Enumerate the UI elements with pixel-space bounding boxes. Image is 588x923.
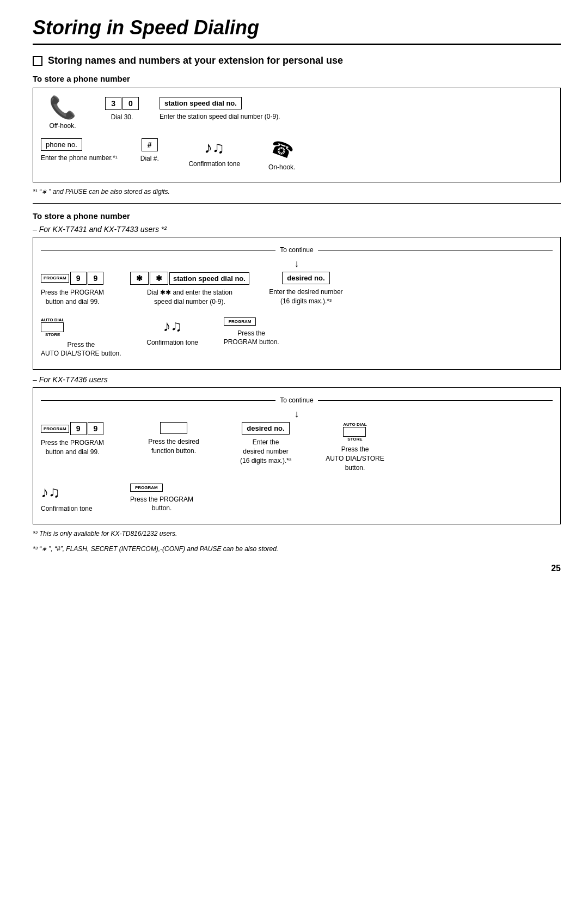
starstar-label: Dial ✱✱ and enter the stationspeed dial …: [147, 288, 232, 307]
step-cell-tone3: ♪♫ Confirmation tone: [41, 484, 117, 514]
key-9a: 9: [70, 272, 87, 285]
step-cell-dial30: 3 0 Dial 30.: [97, 97, 146, 121]
desired-no-key2: desired no.: [242, 422, 289, 435]
footnote-3: *³ “∗ ”, “#”, FLASH, SECRET (INTERCOM),-…: [33, 545, 561, 553]
tone-icon-3: ♪♫: [41, 484, 60, 501]
station-speed-dial-key: station speed dial no.: [160, 97, 242, 109]
onhook-label: On-hook.: [268, 163, 295, 171]
phone-no-key: phone no.: [41, 138, 82, 151]
arrow-down-2: ↓: [41, 408, 553, 420]
step-cell-offhook: 📞 Off-hook.: [41, 97, 84, 130]
autodial-label-1: Press theAUTO DIAL/STORE button.: [41, 340, 121, 359]
tone-icon-2: ♪♫: [163, 317, 182, 335]
dial30-label: Dial 30.: [111, 113, 133, 121]
autodial-icon-1: AUTO DIAL STORE: [41, 317, 64, 337]
speed-dial-label: Enter the station speed dial number (0-9…: [160, 113, 280, 120]
key-star1: ✱: [130, 272, 149, 285]
step-cell-desired1: desired no. Enter the desired number(16 …: [262, 272, 350, 306]
step-row-2-2: AUTO DIAL STORE Press theAUTO DIAL/STORE…: [41, 317, 553, 359]
progbtn-label-1: Press thePROGRAM button.: [224, 329, 279, 347]
to-continue-row-2: To continue: [41, 396, 553, 404]
footnote-1: *¹ “∗ ” and PAUSE can be also stored as …: [33, 188, 561, 195]
section-divider-1: [33, 203, 561, 204]
starstar-keys: ✱ ✱ station speed dial no.: [130, 272, 249, 285]
step-cell-phoneno: phone no. Enter the phone number.*¹: [41, 138, 118, 162]
italic-heading-kxt7436: – For KX-T7436 users: [33, 375, 561, 384]
prog99-label-2: Press the PROGRAMbutton and dial 99.: [41, 438, 104, 457]
desired-label-2: Enter thedesired number(16 digits max.).…: [240, 438, 291, 465]
subsection-heading-2: To store a phone number: [33, 211, 561, 221]
arrow-down-1: ↓: [41, 258, 553, 270]
step-cell-tone2: ♪♫ Confirmation tone: [134, 317, 211, 347]
step-row-3-2: ♪♫ Confirmation tone PROGRAM Press the P…: [41, 484, 553, 514]
progbtn-label-2: Press the PROGRAMbutton.: [130, 495, 193, 514]
prog-btn-icon1: PROGRAM: [224, 317, 256, 326]
prog-btn-icon2: PROGRAM: [130, 484, 163, 492]
key-3: 3: [105, 97, 121, 110]
prog99-label: Press the PROGRAMbutton and dial 99.: [41, 288, 104, 307]
hash-label: Dial #.: [140, 155, 159, 162]
step-row-1: 📞 Off-hook. 3 0 Dial 30. station speed d…: [41, 97, 553, 130]
step-cell-hash: # Dial #.: [131, 138, 169, 162]
step-cell-onhook: ☎ On-hook.: [260, 138, 304, 171]
prog-icon-2: PROGRAM: [41, 425, 69, 433]
step-cell-speed-dial: station speed dial no. Enter the station…: [160, 97, 280, 120]
to-continue-row-1: To continue: [41, 246, 553, 254]
desired-no-key1: desired no.: [282, 272, 329, 284]
phoneno-label: Enter the phone number.*¹: [41, 154, 118, 162]
key-star2: ✱: [150, 272, 168, 285]
to-continue-text-1: To continue: [275, 246, 317, 254]
step-cell-autodial2: AUTO DIAL STORE Press theAUTO DIAL/STORE…: [320, 422, 390, 472]
step-cell-prog99-2: PROGRAM 9 9 Press the PROGRAMbutton and …: [41, 422, 122, 457]
onhook-icon: ☎: [267, 135, 296, 163]
autodial-icon-2: AUTO DIAL STORE: [343, 422, 366, 442]
step-cell-funcbtn: Press the desiredfunction button.: [136, 422, 212, 456]
key-0: 0: [122, 97, 139, 110]
italic-heading-kxt7431: – For KX-T7431 and KX-T7433 users *²: [33, 225, 561, 234]
station-speed-key2: station speed dial no.: [169, 272, 249, 285]
tone-label-2: Confirmation tone: [146, 338, 198, 347]
step-cell-prog99: PROGRAM 9 9 Press the PROGRAMbutton and …: [41, 272, 117, 307]
section-icon: [33, 56, 42, 66]
prog99-keys: PROGRAM 9 9: [41, 272, 103, 285]
key-9c: 9: [70, 422, 87, 435]
to-continue-text-2: To continue: [275, 396, 317, 404]
step-cell-desired2: desired no. Enter thedesired number(16 d…: [225, 422, 307, 465]
tone-label-3: Confirmation tone: [41, 504, 93, 514]
instruction-box-2: To continue ↓ PROGRAM 9 9 Press the PROG…: [33, 237, 561, 370]
prog-icon: PROGRAM: [41, 274, 69, 282]
keys-3-0: 3 0: [105, 97, 139, 110]
step-cell-progbtn2: PROGRAM Press the PROGRAMbutton.: [130, 484, 212, 514]
key-9b: 9: [88, 272, 104, 285]
hash-key: #: [142, 138, 158, 151]
page-number: 25: [33, 564, 561, 573]
func-btn-icon: [160, 422, 187, 434]
key-9d: 9: [88, 422, 104, 435]
step-row-3-1: PROGRAM 9 9 Press the PROGRAMbutton and …: [41, 422, 553, 472]
offhook-label: Off-hook.: [49, 122, 76, 130]
prog99-keys-2: PROGRAM 9 9: [41, 422, 103, 435]
func-btn-label: Press the desiredfunction button.: [148, 437, 199, 456]
step-row-2: phone no. Enter the phone number.*¹ # Di…: [41, 138, 553, 171]
step-cell-autodial1: AUTO DIAL STORE Press theAUTO DIAL/STORE…: [41, 317, 121, 359]
footnote-2: *² This is only available for KX-TD816/1…: [33, 530, 561, 537]
offhook-icon: 📞: [49, 97, 76, 119]
tone-label-1: Confirmation tone: [188, 160, 240, 168]
page-title: Storing in Speed Dialing: [33, 16, 561, 45]
section-heading: Storing names and numbers at your extens…: [33, 55, 561, 66]
instruction-box-1: 📞 Off-hook. 3 0 Dial 30. station speed d…: [33, 88, 561, 182]
tone-icon-1: ♪♫: [204, 138, 225, 157]
subsection-heading-1: To store a phone number: [33, 74, 561, 83]
step-cell-progbtn1: PROGRAM Press thePROGRAM button.: [224, 317, 300, 347]
step-row-2-1: PROGRAM 9 9 Press the PROGRAMbutton and …: [41, 272, 553, 307]
instruction-box-3: To continue ↓ PROGRAM 9 9 Press the PROG…: [33, 387, 561, 524]
step-cell-starstar: ✱ ✱ station speed dial no. Dial ✱✱ and e…: [130, 272, 249, 307]
step-cell-tone1: ♪♫ Confirmation tone: [182, 138, 247, 168]
desired-label-1: Enter the desired number(16 digits max.)…: [269, 288, 342, 306]
autodial-label-2: Press theAUTO DIAL/STOREbutton.: [326, 445, 384, 472]
